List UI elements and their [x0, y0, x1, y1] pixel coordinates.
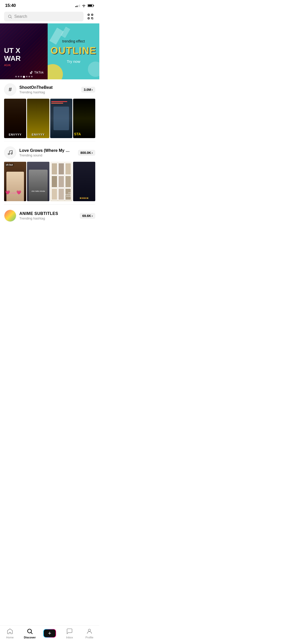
- video-thumb-2[interactable]: ENVYYY: [27, 99, 49, 138]
- trending-sound-count[interactable]: 800.0K ›: [78, 150, 95, 156]
- hashtag-icon: #: [4, 83, 16, 96]
- video-thumb-8[interactable]: [73, 162, 95, 201]
- trending-hashtag-left: # ShootOnTheBeat Trending hashtag: [4, 83, 53, 96]
- nobody-knows: andnobodyknows: [65, 192, 71, 197]
- banner-cta: Try now: [67, 59, 80, 64]
- status-icons: [75, 4, 94, 7]
- video-thumb-6[interactable]: she talks kinda: [27, 162, 49, 201]
- banner-deco2: [49, 28, 64, 45]
- svg-rect-6: [91, 14, 93, 15]
- video-thumb-7[interactable]: andnobodyknows: [50, 162, 72, 201]
- lights-row: [73, 198, 95, 199]
- video-thumb-5[interactable]: oh but 💗LOVE💗: [4, 162, 26, 201]
- search-bar-container: Search: [0, 10, 99, 23]
- anime-info: ANIME SUBTITLES Trending hashtag: [19, 211, 58, 220]
- sound-count-value: 800.0K: [80, 151, 91, 155]
- video-grid-1: ENVYYY ENVYYY: [4, 99, 95, 138]
- trending-hashtag-section: # ShootOnTheBeat Trending hashtag 3.0M ›…: [0, 79, 99, 140]
- video-grid-2: oh but 💗LOVE💗 she talks kinda: [4, 162, 95, 201]
- anime-icon: [4, 210, 16, 222]
- anime-count-value: 69.6K: [82, 214, 91, 218]
- trending-sound-subtitle: Trending sound: [19, 153, 70, 157]
- anime-chevron: ›: [92, 214, 93, 218]
- svg-rect-1: [93, 5, 94, 6]
- dot-1: [15, 76, 17, 77]
- status-bar: 15:40: [0, 0, 99, 10]
- search-icon: [8, 14, 12, 19]
- status-time: 15:40: [5, 3, 16, 8]
- tiktok-text: TikTok: [34, 70, 44, 74]
- svg-rect-7: [88, 18, 89, 19]
- count-value: 3.0M: [84, 88, 91, 92]
- banner-effect-title: OUTLINE: [50, 45, 97, 56]
- svg-line-4: [11, 17, 11, 18]
- trending-sound-info: Love Grows (Where My Rosemary G... Trend…: [19, 148, 70, 157]
- banner-title-line1: UT X: [4, 47, 21, 55]
- banner-deco3: [61, 27, 70, 38]
- sound-chevron: ›: [92, 151, 93, 155]
- anime-count[interactable]: 69.6K ›: [80, 213, 95, 219]
- banner-right[interactable]: trending effect OUTLINE Try now: [48, 23, 99, 79]
- anime-title: ANIME SUBTITLES: [19, 211, 58, 216]
- divider-2: [4, 204, 95, 204]
- video-thumb-4[interactable]: STA: [73, 99, 95, 138]
- search-placeholder: Search: [14, 14, 27, 19]
- count-chevron: ›: [92, 88, 93, 92]
- divider-1: [4, 141, 95, 141]
- caption-text: she talks kinda: [27, 190, 49, 192]
- dot-6: [29, 76, 30, 77]
- trending-sound-name: Love Grows (Where My Rosemary G...: [19, 148, 70, 153]
- trending-sound-left: Love Grows (Where My Rosemary G... Trend…: [4, 147, 70, 159]
- banner-left-text: UT X WAR AGIK: [4, 47, 21, 67]
- dot-4-active: [23, 76, 25, 78]
- banner-effect-label: trending effect: [62, 39, 85, 43]
- anime-subtitle: Trending hashtag: [19, 216, 58, 220]
- trending-hashtag-count[interactable]: 3.0M ›: [81, 87, 95, 93]
- banner-white-circle: [88, 62, 99, 77]
- tiktok-logo: TikTok: [30, 70, 44, 74]
- svg-rect-5: [88, 14, 89, 15]
- video-label-4: STA: [74, 132, 81, 136]
- trending-sound-header: Love Grows (Where My Rosemary G... Trend…: [4, 147, 95, 159]
- video-thumb-1[interactable]: ENVYYY: [4, 99, 26, 138]
- wifi-icon: [82, 4, 86, 7]
- dot-3: [20, 76, 22, 77]
- banner-carousel[interactable]: UT X WAR AGIK TikTok: [0, 23, 99, 79]
- music-icon: [4, 147, 16, 159]
- trending-sound-section: Love Grows (Where My Rosemary G... Trend…: [0, 142, 99, 203]
- svg-point-12: [8, 153, 10, 155]
- video-label-1: ENVYYY: [4, 133, 26, 136]
- trending-hashtag-name: ShootOnTheBeat: [19, 85, 53, 90]
- trending-hashtag-subtitle: Trending hashtag: [19, 90, 53, 94]
- banner-yellow-circle: [48, 64, 63, 79]
- scan-icon: [87, 13, 94, 20]
- banner-left[interactable]: UT X WAR AGIK TikTok: [0, 23, 48, 79]
- banner-brand: AGIK: [4, 64, 21, 67]
- search-bar[interactable]: Search: [4, 12, 84, 21]
- scan-button[interactable]: [86, 12, 95, 21]
- banner-title-line2: WAR: [4, 55, 21, 63]
- love-emoji: 💗LOVE💗: [5, 190, 21, 195]
- svg-rect-2: [88, 5, 92, 7]
- signal-icon: [75, 4, 80, 7]
- carousel-dots: [15, 76, 33, 78]
- video-top-text: oh but: [5, 163, 14, 166]
- anime-header: ANIME SUBTITLES Trending hashtag 69.6K ›: [4, 210, 95, 222]
- video-thumb-3[interactable]: [50, 99, 72, 138]
- anime-left: ANIME SUBTITLES Trending hashtag: [4, 210, 58, 222]
- anime-section: ANIME SUBTITLES Trending hashtag 69.6K ›: [0, 206, 99, 224]
- video-label-2: ENVYYY: [27, 133, 49, 136]
- dot-7: [31, 76, 33, 77]
- trending-hashtag-header: # ShootOnTheBeat Trending hashtag 3.0M ›: [4, 83, 95, 96]
- dot-5: [26, 76, 28, 77]
- battery-icon: [88, 4, 94, 7]
- trending-hashtag-info: ShootOnTheBeat Trending hashtag: [19, 85, 53, 94]
- dot-2: [18, 76, 19, 77]
